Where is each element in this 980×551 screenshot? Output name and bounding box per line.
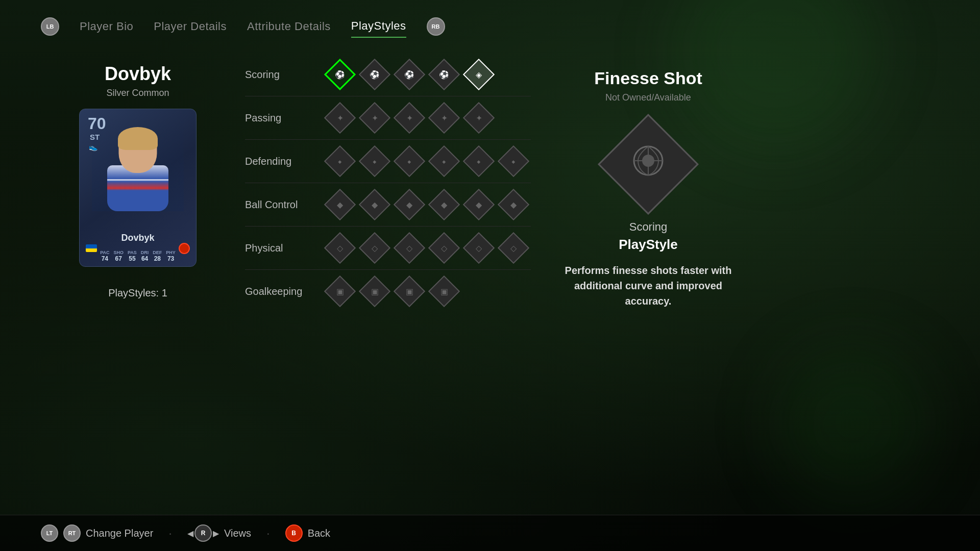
ballctrl-icon-5[interactable]: ◆ <box>465 191 492 218</box>
defending-icon-1[interactable]: ⬥ <box>327 148 353 174</box>
detail-category: Scoring <box>629 220 668 234</box>
ballctrl-icon-2[interactable]: ◆ <box>361 191 388 218</box>
tab-player-bio[interactable]: Player Bio <box>80 16 133 37</box>
player-card: 70 ST 👟 Dovbyk <box>79 109 197 267</box>
physical-icons: ◇ ◇ ◇ ◇ ◇ ◇ <box>327 235 527 261</box>
stat-dri: DRI 64 <box>141 250 149 262</box>
gk-icon-2[interactable]: ▣ <box>361 278 388 305</box>
lt-rt-change-player: LT RT Change Player <box>41 524 153 542</box>
goalkeeping-icons: ▣ ▣ ▣ ▣ <box>327 278 457 305</box>
scoring-icon-2[interactable]: ⚽ <box>361 61 388 88</box>
player-hair <box>118 127 158 150</box>
stat-def: DEF 28 <box>153 250 162 262</box>
scoring-label: Scoring <box>245 69 327 81</box>
ballctrl-icon-1[interactable]: ◆ <box>327 191 353 218</box>
physical-row: Physical ◇ ◇ ◇ ◇ ◇ ◇ <box>245 227 531 270</box>
stat-phy: PHY 73 <box>166 250 176 262</box>
scoring-icons: ⚽ ⚽ ⚽ ⚽ <box>327 61 492 88</box>
defending-icon-3[interactable]: ⬥ <box>396 148 423 174</box>
detail-description: Performs finesse shots faster with addit… <box>556 263 740 309</box>
passing-icon-5[interactable]: ✦ <box>465 105 492 131</box>
rt-button[interactable]: RT <box>63 524 81 542</box>
main-container: LB Player Bio Player Details Attribute D… <box>0 0 980 551</box>
card-stats-row: PAC 74 SHO 67 PAS 55 DRI 64 <box>80 250 196 262</box>
defending-icon-6[interactable]: ⬥ <box>500 148 527 174</box>
gk-icon-4[interactable]: ▣ <box>431 278 457 305</box>
passing-icon-1[interactable]: ✦ <box>327 105 353 131</box>
passing-row: Passing ✦ ✦ ✦ ✦ ✦ <box>245 96 531 140</box>
physical-icon-3[interactable]: ◇ <box>396 235 423 261</box>
detail-panel: Finesse Shot Not Owned/Available Scoring… <box>541 48 755 515</box>
defending-row: Defending ⬥ ⬥ ⬥ ⬥ ⬥ ⬥ <box>245 140 531 183</box>
change-player-label: Change Player <box>86 528 153 539</box>
scoring-icon-1[interactable]: ⚽ <box>327 61 353 88</box>
detail-title: Finesse Shot <box>594 68 702 88</box>
passing-icon-4[interactable]: ✦ <box>431 105 457 131</box>
player-rarity: Silver Common <box>106 88 169 98</box>
defending-label: Defending <box>245 156 327 167</box>
defending-icon-5[interactable]: ⬥ <box>465 148 492 174</box>
ball-control-row: Ball Control ◆ ◆ ◆ ◆ ◆ ◆ <box>245 183 531 227</box>
stat-pac: PAC 74 <box>100 250 109 262</box>
divider-2: · <box>266 526 270 540</box>
physical-icon-6[interactable]: ◇ <box>500 235 527 261</box>
passing-icon-3[interactable]: ✦ <box>396 105 423 131</box>
stat-sho: SHO 67 <box>113 250 124 262</box>
scoring-row: Scoring ⚽ ⚽ ⚽ <box>245 53 531 96</box>
ballctrl-icon-4[interactable]: ◆ <box>431 191 457 218</box>
rb-button[interactable]: RB <box>427 17 445 36</box>
card-name-bottom: Dovbyk <box>80 233 196 243</box>
physical-icon-2[interactable]: ◇ <box>361 235 388 261</box>
physical-icon-1[interactable]: ◇ <box>327 235 353 261</box>
goalkeeping-label: Goalkeeping <box>245 286 327 297</box>
scoring-icon-4[interactable]: ⚽ <box>431 61 457 88</box>
back-label: Back <box>308 528 330 539</box>
physical-icon-4[interactable]: ◇ <box>431 235 457 261</box>
ball-control-icons: ◆ ◆ ◆ ◆ ◆ ◆ <box>327 191 527 218</box>
ballctrl-icon-6[interactable]: ◆ <box>500 191 527 218</box>
detail-style-name: PlayStyle <box>619 237 678 253</box>
views-label: Views <box>224 528 251 539</box>
player-image <box>92 114 184 211</box>
player-name: Dovbyk <box>105 63 171 85</box>
content-area: Dovbyk Silver Common 70 ST 👟 Dovbyk <box>0 48 980 515</box>
passing-label: Passing <box>245 112 327 124</box>
playstyles-grid: Scoring ⚽ ⚽ ⚽ <box>235 48 541 515</box>
scoring-icon-3[interactable]: ⚽ <box>396 61 423 88</box>
goalkeeping-row: Goalkeeping ▣ ▣ ▣ ▣ <box>245 270 531 313</box>
tab-attribute-details[interactable]: Attribute Details <box>247 16 331 37</box>
gk-icon-1[interactable]: ▣ <box>327 278 353 305</box>
scoring-icon-5[interactable]: ◈ <box>465 61 492 88</box>
ball-control-label: Ball Control <box>245 199 327 211</box>
tab-playstyles[interactable]: PlayStyles <box>351 15 406 38</box>
defending-icons: ⬥ ⬥ ⬥ ⬥ ⬥ ⬥ <box>327 148 527 174</box>
detail-icon-inner <box>628 140 669 188</box>
gk-icon-3[interactable]: ▣ <box>396 278 423 305</box>
b-button[interactable]: B <box>285 524 303 542</box>
physical-icon-5[interactable]: ◇ <box>465 235 492 261</box>
lb-button[interactable]: LB <box>41 17 59 36</box>
playstyles-count: PlayStyles: 1 <box>108 287 167 299</box>
physical-label: Physical <box>245 242 327 254</box>
ballctrl-icon-3[interactable]: ◆ <box>396 191 423 218</box>
detail-availability: Not Owned/Available <box>605 92 691 103</box>
nav-tabs: LB Player Bio Player Details Attribute D… <box>0 0 980 48</box>
stat-pas: PAS 55 <box>128 250 137 262</box>
r-button[interactable]: R <box>194 524 212 542</box>
dpad-left-right: ◀ R ▶ <box>187 524 219 542</box>
bottom-bar: LT RT Change Player · ◀ R ▶ Views · B Ba… <box>0 515 980 551</box>
passing-icons: ✦ ✦ ✦ ✦ ✦ <box>327 105 492 131</box>
tab-player-details[interactable]: Player Details <box>154 16 227 37</box>
left-panel: Dovbyk Silver Common 70 ST 👟 Dovbyk <box>41 48 235 515</box>
defending-icon-2[interactable]: ⬥ <box>361 148 388 174</box>
defending-icon-4[interactable]: ⬥ <box>431 148 457 174</box>
detail-icon-large <box>607 123 689 205</box>
r-views: ◀ R ▶ Views <box>187 524 251 542</box>
divider-1: · <box>168 526 172 540</box>
b-back: B Back <box>285 524 330 542</box>
lt-button[interactable]: LT <box>41 524 58 542</box>
passing-icon-2[interactable]: ✦ <box>361 105 388 131</box>
